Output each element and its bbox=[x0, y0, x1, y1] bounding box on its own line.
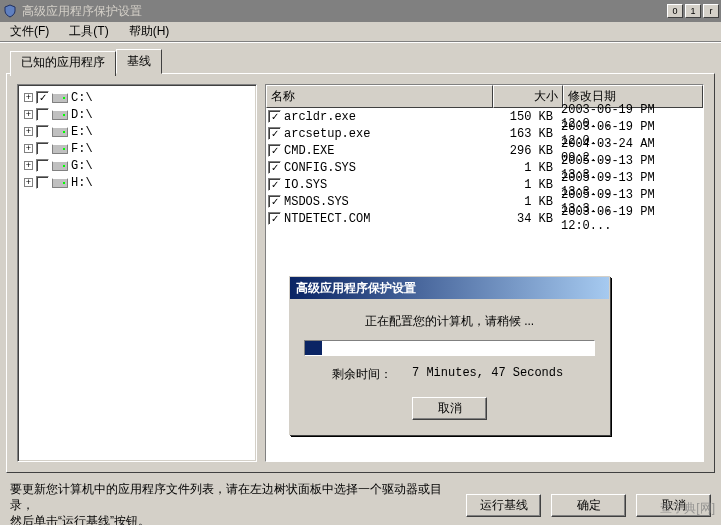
tree-item[interactable]: +C:\ bbox=[20, 89, 254, 106]
expand-icon[interactable]: + bbox=[24, 110, 33, 119]
app-icon bbox=[2, 3, 18, 19]
drive-icon bbox=[52, 161, 68, 171]
expand-icon[interactable]: + bbox=[24, 161, 33, 170]
tab-baseline[interactable]: 基线 bbox=[116, 49, 162, 74]
dialog-titlebar[interactable]: 高级应用程序保护设置 bbox=[290, 277, 609, 299]
drive-label: G:\ bbox=[71, 159, 93, 173]
hint-line-1: 要更新您计算机中的应用程序文件列表，请在左边树状面板中选择一个驱动器或目录， bbox=[10, 481, 456, 513]
dialog-title: 高级应用程序保护设置 bbox=[292, 280, 607, 297]
file-size: 296 KB bbox=[491, 144, 561, 158]
tree-item[interactable]: +D:\ bbox=[20, 106, 254, 123]
drive-label: F:\ bbox=[71, 142, 93, 156]
drive-label: H:\ bbox=[71, 176, 93, 190]
file-name: arcldr.exe bbox=[284, 110, 491, 124]
file-name: NTDETECT.COM bbox=[284, 212, 491, 226]
tree-item[interactable]: +H:\ bbox=[20, 174, 254, 191]
drive-checkbox[interactable] bbox=[36, 159, 49, 172]
file-checkbox[interactable] bbox=[268, 195, 281, 208]
col-header-size[interactable]: 大小 bbox=[493, 85, 563, 108]
time-value: 7 Minutes, 47 Seconds bbox=[412, 366, 563, 383]
run-baseline-button[interactable]: 运行基线 bbox=[466, 494, 541, 517]
window-title: 高级应用程序保护设置 bbox=[22, 3, 667, 20]
dialog-message: 正在配置您的计算机，请稍候 ... bbox=[304, 313, 595, 330]
menu-help[interactable]: 帮助(H) bbox=[123, 21, 176, 42]
drive-checkbox[interactable] bbox=[36, 176, 49, 189]
close-button[interactable]: r bbox=[703, 4, 719, 18]
drive-checkbox[interactable] bbox=[36, 125, 49, 138]
progress-dialog: 高级应用程序保护设置 正在配置您的计算机，请稍候 ... 剩余时间： 7 Min… bbox=[289, 276, 610, 435]
drive-checkbox[interactable] bbox=[36, 91, 49, 104]
drive-checkbox[interactable] bbox=[36, 108, 49, 121]
file-name: CONFIG.SYS bbox=[284, 161, 491, 175]
file-checkbox[interactable] bbox=[268, 212, 281, 225]
file-checkbox[interactable] bbox=[268, 110, 281, 123]
menu-tools[interactable]: 工具(T) bbox=[63, 21, 114, 42]
drive-checkbox[interactable] bbox=[36, 142, 49, 155]
drive-icon bbox=[52, 127, 68, 137]
file-size: 1 KB bbox=[491, 161, 561, 175]
drive-icon bbox=[52, 178, 68, 188]
expand-icon[interactable]: + bbox=[24, 93, 33, 102]
col-header-name[interactable]: 名称 bbox=[266, 85, 493, 108]
minimize-button[interactable]: 0 bbox=[667, 4, 683, 18]
file-checkbox[interactable] bbox=[268, 178, 281, 191]
file-size: 163 KB bbox=[491, 127, 561, 141]
file-size: 34 KB bbox=[491, 212, 561, 226]
progress-fill bbox=[305, 341, 322, 355]
menu-file[interactable]: 文件(F) bbox=[4, 21, 55, 42]
drive-icon bbox=[52, 144, 68, 154]
tab-known-apps[interactable]: 已知的应用程序 bbox=[10, 51, 116, 76]
file-size: 1 KB bbox=[491, 195, 561, 209]
file-size: 150 KB bbox=[491, 110, 561, 124]
watermark: 查字典[网] bbox=[660, 500, 715, 517]
drive-label: D:\ bbox=[71, 108, 93, 122]
dialog-cancel-button[interactable]: 取消 bbox=[412, 397, 487, 420]
expand-icon[interactable]: + bbox=[24, 178, 33, 187]
tree-item[interactable]: +G:\ bbox=[20, 157, 254, 174]
tree-item[interactable]: +E:\ bbox=[20, 123, 254, 140]
drive-label: C:\ bbox=[71, 91, 93, 105]
file-checkbox[interactable] bbox=[268, 127, 281, 140]
drive-label: E:\ bbox=[71, 125, 93, 139]
maximize-button[interactable]: 1 bbox=[685, 4, 701, 18]
expand-icon[interactable]: + bbox=[24, 127, 33, 136]
expand-icon[interactable]: + bbox=[24, 144, 33, 153]
tab-strip: 已知的应用程序 基线 bbox=[10, 48, 715, 73]
file-checkbox[interactable] bbox=[268, 144, 281, 157]
tree-item[interactable]: +F:\ bbox=[20, 140, 254, 157]
time-remaining-row: 剩余时间： 7 Minutes, 47 Seconds bbox=[304, 366, 595, 383]
list-row[interactable]: NTDETECT.COM34 KB2003-06-19 PM 12:0... bbox=[266, 210, 703, 227]
drive-icon bbox=[52, 110, 68, 120]
file-name: CMD.EXE bbox=[284, 144, 491, 158]
bottom-bar: 要更新您计算机中的应用程序文件列表，请在左边树状面板中选择一个驱动器或目录， 然… bbox=[6, 479, 715, 525]
window-titlebar: 高级应用程序保护设置 0 1 r bbox=[0, 0, 721, 22]
hint-line-2: 然后单击“运行基线”按钮。 bbox=[10, 513, 456, 525]
file-date: 2003-06-19 PM 12:0... bbox=[561, 205, 701, 233]
menu-bar: 文件(F) 工具(T) 帮助(H) bbox=[0, 22, 721, 42]
file-name: IO.SYS bbox=[284, 178, 491, 192]
file-checkbox[interactable] bbox=[268, 161, 281, 174]
file-size: 1 KB bbox=[491, 178, 561, 192]
time-label: 剩余时间： bbox=[332, 366, 392, 383]
progress-bar bbox=[304, 340, 595, 356]
ok-button[interactable]: 确定 bbox=[551, 494, 626, 517]
drive-icon bbox=[52, 93, 68, 103]
file-name: arcsetup.exe bbox=[284, 127, 491, 141]
hint-text: 要更新您计算机中的应用程序文件列表，请在左边树状面板中选择一个驱动器或目录， 然… bbox=[10, 481, 456, 525]
drive-tree[interactable]: +C:\+D:\+E:\+F:\+G:\+H:\ bbox=[17, 84, 257, 462]
file-name: MSDOS.SYS bbox=[284, 195, 491, 209]
